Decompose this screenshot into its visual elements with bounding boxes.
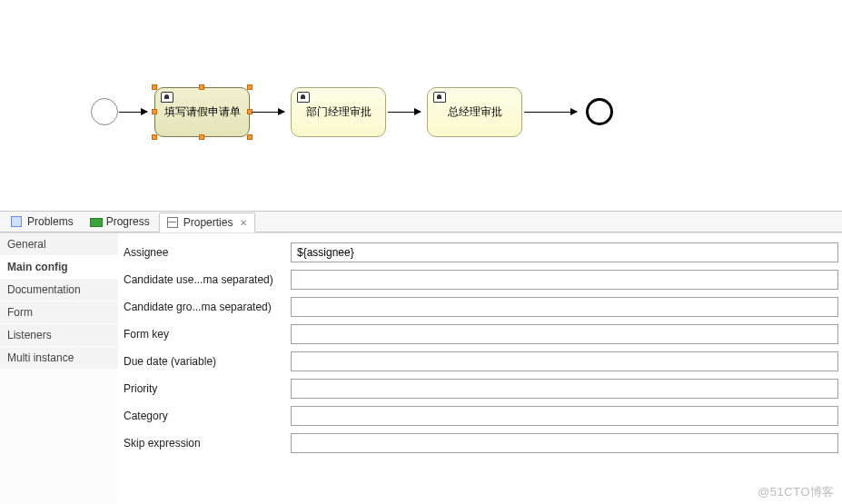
selection-handle[interactable] [247, 134, 253, 140]
label-candidate-users: Candidate use...ma separated) [122, 273, 285, 286]
label-assignee: Assignee [122, 246, 285, 259]
side-tab-listeners[interactable]: Listeners [0, 324, 118, 347]
close-icon[interactable]: ✕ [240, 218, 247, 228]
label-due-date: Due date (variable) [122, 355, 285, 368]
selection-handle[interactable] [152, 109, 157, 114]
end-event[interactable] [586, 98, 613, 125]
view-tab-strip: Problems Progress Properties ✕ [0, 211, 842, 232]
selection-handle[interactable] [247, 84, 253, 90]
user-icon [297, 92, 310, 103]
sequence-flow[interactable] [119, 112, 147, 113]
side-tab-general[interactable]: General [0, 233, 118, 256]
form-key-field[interactable] [291, 324, 838, 344]
tab-label: Progress [106, 215, 150, 228]
properties-panel: General Main config Documentation Form L… [0, 232, 842, 503]
candidate-users-field[interactable] [291, 270, 838, 290]
side-tab-form[interactable]: Form [0, 301, 118, 324]
task-label: 部门经理审批 [302, 105, 375, 118]
label-form-key: Form key [122, 328, 285, 341]
sequence-flow[interactable] [252, 112, 284, 113]
start-event[interactable] [91, 98, 118, 125]
category-field[interactable] [291, 406, 838, 426]
candidate-groups-field[interactable] [291, 297, 838, 317]
properties-category-list: General Main config Documentation Form L… [0, 233, 118, 503]
selection-handle[interactable] [152, 84, 157, 90]
user-task-general-manager-approve[interactable]: 总经理审批 [427, 87, 522, 137]
priority-field[interactable] [291, 379, 838, 399]
user-icon [433, 92, 446, 103]
label-skip-expression: Skip expression [122, 437, 285, 450]
label-priority: Priority [122, 382, 285, 395]
label-category: Category [122, 410, 285, 422]
tab-properties[interactable]: Properties ✕ [159, 212, 256, 232]
tab-label: Problems [27, 215, 74, 228]
side-tab-main-config[interactable]: Main config [0, 256, 118, 279]
properties-form: Assignee Candidate use...ma separated) C… [118, 233, 842, 503]
sequence-flow[interactable] [524, 112, 577, 113]
assignee-field[interactable] [291, 242, 838, 262]
side-tab-multi-instance[interactable]: Multi instance [0, 347, 118, 370]
bpmn-canvas[interactable]: 填写请假申请单 部门经理审批 总经理审批 [0, 0, 842, 211]
skip-expression-field[interactable] [291, 433, 838, 453]
selection-handle[interactable] [152, 134, 157, 140]
label-candidate-groups: Candidate gro...ma separated) [122, 301, 285, 313]
problems-icon [11, 216, 24, 227]
watermark: @51CTO博客 [758, 484, 835, 500]
user-task-fill-leave-form[interactable]: 填写请假申请单 [154, 87, 250, 137]
progress-icon [90, 216, 103, 227]
task-label: 总经理审批 [444, 105, 506, 118]
side-tab-documentation[interactable]: Documentation [0, 279, 118, 301]
tab-label: Properties [183, 216, 233, 229]
user-task-dept-manager-approve[interactable]: 部门经理审批 [291, 87, 386, 137]
sequence-flow[interactable] [388, 112, 421, 113]
task-label: 填写请假申请单 [161, 105, 244, 118]
tab-progress[interactable]: Progress [83, 212, 157, 231]
properties-icon [167, 217, 180, 228]
tab-problems[interactable]: Problems [4, 212, 81, 231]
selection-handle[interactable] [199, 134, 204, 140]
due-date-field[interactable] [291, 351, 838, 371]
user-icon [161, 92, 173, 103]
selection-handle[interactable] [199, 84, 204, 90]
